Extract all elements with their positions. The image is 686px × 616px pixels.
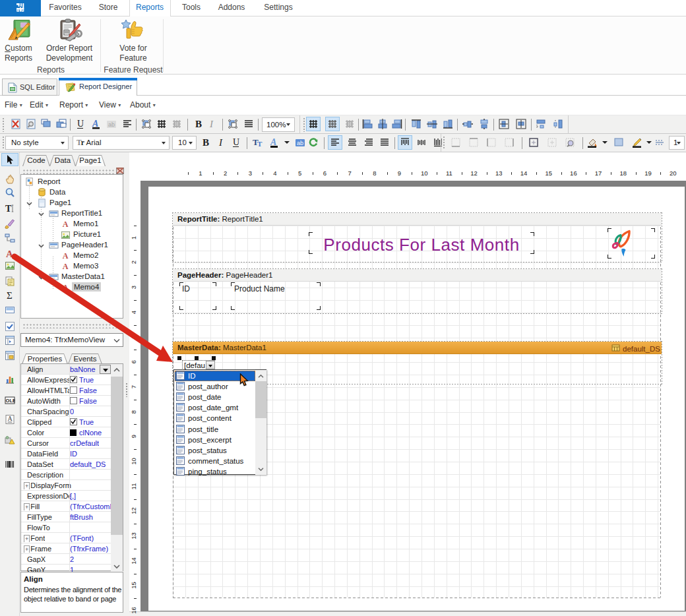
svg-text:A: A [92,119,98,129]
svg-text:A: A [270,137,276,147]
svg-text:A: A [63,262,69,271]
svg-text:A: A [8,415,13,422]
svg-text:A: A [63,220,69,229]
svg-text:B: B [203,137,209,148]
svg-text:U: U [233,137,239,147]
svg-text:A: A [63,283,69,292]
svg-text:I: I [209,119,214,129]
svg-text:I: I [218,137,223,148]
svg-text:T: T [5,204,12,214]
svg-text:T: T [257,140,263,148]
svg-text:Σ: Σ [7,290,13,301]
svg-text:A: A [6,249,13,259]
svg-text:A: A [63,251,69,261]
svg-text:U: U [77,119,84,129]
svg-text:B: B [195,119,202,129]
svg-text:ab: ab [108,121,115,128]
svg-text:ab: ab [297,140,303,146]
svg-text:OLE: OLE [6,398,15,404]
